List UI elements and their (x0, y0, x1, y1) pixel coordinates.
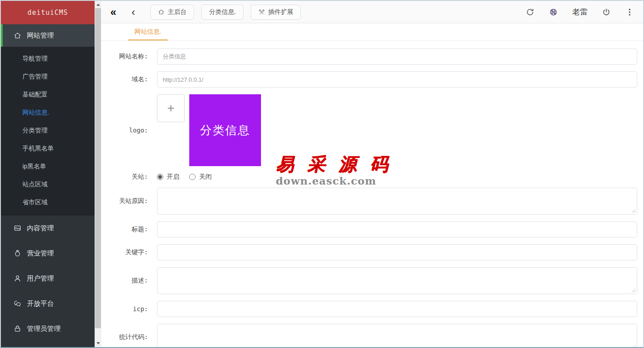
sidebar-subitem-phone-blacklist[interactable]: 手机黑名单 (1, 139, 95, 157)
brand-logo: deituiCMS (1, 1, 95, 24)
globe-icon (549, 8, 558, 17)
keywords-label: 关键字: (101, 248, 157, 256)
tab-main-backend[interactable]: 主后台 (150, 4, 194, 20)
user-icon (13, 274, 22, 282)
tab-category-info[interactable]: 分类信息. (201, 4, 244, 20)
form-row-close-site: 关站: 开启 关闭 (101, 173, 637, 181)
sidebar-collapse-button[interactable]: « (110, 7, 116, 18)
sidebar-subitem-site-region[interactable]: 站点区域 (1, 175, 95, 193)
double-chevron-left-icon: « (110, 7, 116, 18)
description-label: 描述: (101, 277, 157, 285)
refresh-icon (526, 8, 535, 17)
site-name-input[interactable] (157, 48, 637, 65)
sidebar-submenu: 导航管理 广告管理 基础配置 网站信息. 分类管理 手机黑名单 ip黑名单 站点… (1, 47, 95, 216)
keywords-input[interactable] (157, 244, 637, 260)
logo-preview-image: 分类信息 (189, 94, 261, 166)
sidebar-subitem-base-config[interactable]: 基础配置 (1, 85, 95, 103)
scroll-down-arrow[interactable] (95, 340, 101, 347)
tools-icon (258, 9, 265, 15)
sidebar-item-open-platform[interactable]: 开放平台 (1, 291, 95, 316)
home-icon (158, 9, 165, 15)
radio-label-closed: 关闭 (199, 173, 212, 181)
power-icon (602, 8, 611, 17)
close-reason-textarea[interactable] (157, 188, 637, 215)
sidebar-subitem-ip-blacklist[interactable]: ip黑名单 (1, 157, 95, 175)
stats-code-textarea[interactable] (157, 324, 637, 347)
close-site-label: 关站: (101, 173, 157, 181)
scroll-up-arrow[interactable] (95, 1, 101, 8)
kebab-menu-icon (625, 8, 634, 17)
logo-preview-text: 分类信息 (200, 123, 250, 138)
logo-upload-button[interactable]: + (157, 94, 185, 122)
tab-plugin-extension[interactable]: 插件扩展 (251, 4, 301, 20)
form-row-title: 标题: (101, 221, 637, 238)
language-globe-button[interactable] (549, 8, 558, 17)
sidebar-subitem-site-info[interactable]: 网站信息. (1, 103, 95, 121)
sidebar-item-label: 网站管理 (27, 31, 54, 40)
sidebar-item-label: 营业管理 (27, 249, 54, 258)
sidebar-item-label: 开放平台 (27, 300, 54, 308)
title-input[interactable] (157, 221, 637, 238)
tab-label: 主后台 (168, 8, 187, 16)
sidebar-subitem-category-mgmt[interactable]: 分类管理 (1, 121, 95, 139)
sidebar-item-site-mgmt[interactable]: 网站管理 (1, 24, 95, 47)
sidebar-item-label: 用户管理 (27, 274, 54, 283)
content-panel: 网站信息. 网站名称: 域名: logo: (101, 23, 643, 347)
sidebar-item-content-mgmt[interactable]: 内容管理 (1, 216, 95, 241)
form-row-logo: logo: + 分类信息 (101, 94, 637, 166)
icp-label: icp: (101, 305, 157, 313)
stats-code-label: 统计代码: (101, 333, 157, 341)
close-site-radio-open[interactable] (157, 174, 163, 180)
sidebar-subitem-ad-mgmt[interactable]: 广告管理 (1, 67, 95, 85)
form-row-stats-code: 统计代码: (101, 324, 637, 347)
form-row-domain: 域名: (101, 71, 637, 88)
back-button[interactable]: ‹ (116, 7, 135, 18)
site-name-label: 网站名称: (101, 53, 157, 61)
home-icon (13, 31, 22, 40)
logout-button[interactable] (602, 8, 611, 17)
description-textarea[interactable] (157, 267, 637, 294)
plus-icon: + (167, 102, 174, 115)
icp-input[interactable] (157, 301, 637, 317)
domain-label: 域名: (101, 75, 157, 84)
sidebar-item-label: 内容管理 (27, 224, 54, 233)
page-scrollbar[interactable] (95, 1, 101, 347)
scrollbar-thumb[interactable] (95, 8, 101, 328)
main-area: « ‹ 主后台 分类信息. (101, 1, 643, 347)
tab-label: 插件扩展 (268, 8, 293, 16)
sidebar: deituiCMS 网站管理 导航管理 广告管理 基础配置 网站信息. 分类管理… (1, 1, 95, 347)
more-menu-button[interactable] (625, 8, 634, 17)
form-row-keywords: 关键字: (101, 244, 637, 260)
content-tab-site-info[interactable]: 网站信息. (128, 23, 168, 40)
sidebar-item-admin-mgmt[interactable]: 管理员管理 (1, 316, 95, 341)
form-row-site-name: 网站名称: (101, 48, 637, 65)
tab-label: 分类信息. (209, 8, 236, 16)
sidebar-item-user-mgmt[interactable]: 用户管理 (1, 266, 95, 291)
form-row-description: 描述: (101, 267, 637, 294)
site-info-form: 网站名称: 域名: logo: + (101, 41, 643, 347)
chevron-left-icon: ‹ (131, 7, 135, 18)
logo-label: logo: (101, 127, 157, 134)
close-site-radio-closed[interactable] (189, 174, 196, 180)
form-row-icp: icp: (101, 301, 637, 317)
content-icon (13, 224, 22, 232)
radio-label-open: 开启 (167, 173, 179, 181)
domain-input[interactable] (157, 71, 637, 88)
title-label: 标题: (101, 225, 157, 233)
lock-icon (13, 325, 22, 333)
open-platform-icon (13, 300, 22, 308)
close-reason-label: 关站原因: (101, 197, 157, 205)
sidebar-item-label: 管理员管理 (27, 325, 61, 333)
sidebar-item-business-mgmt[interactable]: 营业管理 (1, 241, 95, 266)
sidebar-subitem-province-region[interactable]: 省市区域 (1, 193, 95, 211)
app-window: deituiCMS 网站管理 导航管理 广告管理 基础配置 网站信息. 分类管理… (0, 0, 644, 348)
topbar-tabs: 主后台 分类信息. 插件扩展 (150, 4, 301, 20)
content-tabs: 网站信息. (101, 23, 643, 41)
topbar: « ‹ 主后台 分类信息. (101, 1, 643, 23)
current-user[interactable]: 老雷 (572, 7, 587, 17)
business-icon (13, 249, 22, 257)
form-row-close-reason: 关站原因: (101, 188, 637, 215)
topbar-actions: 老雷 (526, 7, 636, 17)
refresh-button[interactable] (526, 8, 535, 17)
sidebar-subitem-nav-mgmt[interactable]: 导航管理 (1, 49, 95, 67)
